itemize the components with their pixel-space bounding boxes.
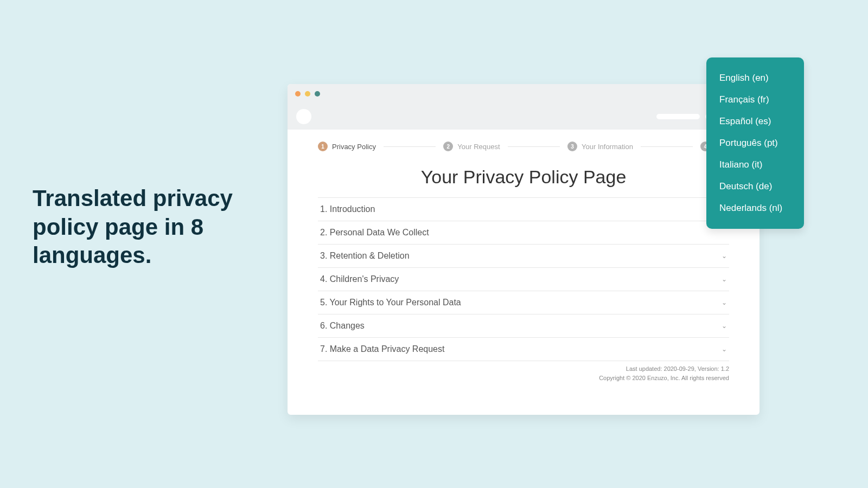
section-retention-deletion[interactable]: 3. Retention & Deletion ⌄: [318, 245, 729, 268]
step-number: 3: [567, 142, 577, 151]
section-label: 6. Changes: [320, 321, 365, 331]
browser-window: 1 Privacy Policy 2 Your Request 3 Your I…: [288, 84, 760, 415]
section-label: 5. Your Rights to Your Personal Data: [320, 298, 461, 307]
language-option-de[interactable]: Deutsch (de): [712, 176, 799, 197]
policy-sections: 1. Introduction ⌄ 2. Personal Data We Co…: [288, 197, 760, 361]
section-childrens-privacy[interactable]: 4. Children's Privacy ⌄: [318, 268, 729, 291]
step-privacy-policy[interactable]: 1 Privacy Policy: [318, 142, 376, 151]
section-changes[interactable]: 6. Changes ⌄: [318, 314, 729, 338]
toolbar-placeholder: [656, 114, 700, 119]
step-label: Your Request: [457, 143, 500, 151]
step-number: 1: [318, 142, 328, 151]
window-close-icon[interactable]: [295, 91, 301, 97]
window-titlebar: [288, 84, 760, 104]
section-label: 7. Make a Data Privacy Request: [320, 344, 444, 354]
language-option-en[interactable]: English (en): [712, 67, 799, 89]
section-data-request[interactable]: 7. Make a Data Privacy Request ⌄: [318, 338, 729, 361]
chevron-down-icon: ⌄: [722, 252, 727, 260]
marketing-headline: Translated privacy policy page in 8 lang…: [33, 184, 260, 270]
section-label: 1. Introduction: [320, 204, 375, 214]
language-menu[interactable]: English (en) Français (fr) Español (es) …: [706, 57, 804, 229]
language-option-pt[interactable]: Português (pt): [712, 132, 799, 154]
step-number: 2: [443, 142, 453, 151]
progress-steps: 1 Privacy Policy 2 Your Request 3 Your I…: [288, 130, 760, 157]
language-option-it[interactable]: Italiano (it): [712, 154, 799, 176]
window-minimize-icon[interactable]: [305, 91, 310, 97]
step-your-information[interactable]: 3 Your Information: [567, 142, 633, 151]
language-option-es[interactable]: Español (es): [712, 111, 799, 132]
footer: Last updated: 2020-09-29, Version: 1.2 C…: [288, 361, 760, 382]
language-option-fr[interactable]: Français (fr): [712, 89, 799, 111]
avatar[interactable]: [296, 109, 311, 124]
step-connector: [384, 146, 436, 147]
section-label: 2. Personal Data We Collect: [320, 228, 429, 237]
step-connector: [508, 146, 560, 147]
chevron-down-icon: ⌄: [722, 299, 727, 306]
section-your-rights[interactable]: 5. Your Rights to Your Personal Data ⌄: [318, 291, 729, 314]
section-introduction[interactable]: 1. Introduction ⌄: [318, 197, 729, 221]
window-maximize-icon[interactable]: [315, 91, 320, 97]
chevron-down-icon: ⌄: [722, 275, 727, 283]
copyright: Copyright © 2020 Enzuzo, Inc. All rights…: [318, 374, 729, 383]
last-updated: Last updated: 2020-09-29, Version: 1.2: [318, 364, 729, 374]
step-label: Privacy Policy: [332, 143, 376, 151]
chevron-down-icon: ⌄: [722, 322, 727, 330]
step-connector: [641, 146, 693, 147]
language-option-nl[interactable]: Nederlands (nl): [712, 197, 799, 219]
page-title: Your Privacy Policy Page: [288, 166, 760, 188]
chevron-down-icon: ⌄: [722, 345, 727, 353]
section-label: 3. Retention & Deletion: [320, 251, 410, 261]
step-your-request[interactable]: 2 Your Request: [443, 142, 500, 151]
browser-toolbar: [288, 104, 760, 130]
section-personal-data[interactable]: 2. Personal Data We Collect ⌄: [318, 221, 729, 245]
section-label: 4. Children's Privacy: [320, 274, 399, 284]
step-label: Your Information: [582, 143, 633, 151]
